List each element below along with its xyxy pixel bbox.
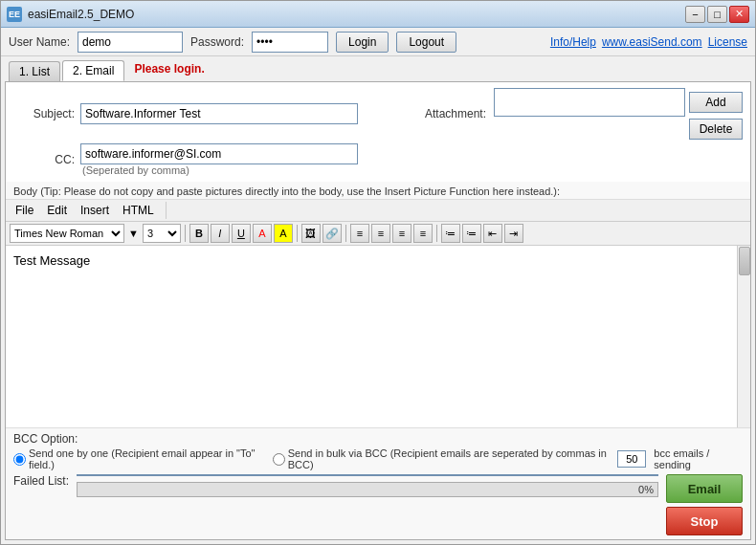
- delete-attachment-button[interactable]: Delete: [689, 119, 743, 140]
- align-center-button[interactable]: ≡: [371, 224, 390, 243]
- action-buttons: Email Stop: [666, 474, 743, 535]
- logout-button[interactable]: Logout: [396, 32, 456, 53]
- tab-email[interactable]: 2. Email: [62, 60, 124, 81]
- attachment-box: [494, 88, 685, 117]
- bcc-option1-label[interactable]: Send one by one (Recipient email appear …: [13, 447, 265, 470]
- align-right-button[interactable]: ≡: [392, 224, 411, 243]
- editor-menu-insert[interactable]: Insert: [75, 202, 115, 219]
- tabs-bar: 1. List 2. Email Please login.: [1, 56, 755, 81]
- attachment-label: Attachment:: [425, 107, 486, 120]
- subject-row: Subject: Attachment: Add Delete: [13, 88, 743, 140]
- tab-list[interactable]: 1. List: [9, 61, 60, 81]
- bcc-option2-text: Send in bulk via BCC (Recipient emails a…: [288, 447, 611, 470]
- bcc-count-input[interactable]: [617, 450, 646, 468]
- unordered-list-button[interactable]: ≔: [441, 224, 460, 243]
- attachment-area: Attachment: Add Delete: [425, 88, 743, 140]
- underline-button[interactable]: U: [232, 224, 251, 243]
- bottom-section: BCC Option: Send one by one (Recipient e…: [6, 427, 750, 539]
- cc-hint: (Seperated by comma): [80, 164, 358, 176]
- minimize-button[interactable]: −: [685, 6, 705, 23]
- cc-label: CC:: [13, 153, 80, 166]
- arrow-icon: ▼: [126, 228, 141, 239]
- editor-menu: File Edit Insert HTML: [10, 202, 167, 219]
- ordered-list-button[interactable]: ≔: [462, 224, 481, 243]
- image-button[interactable]: 🖼: [301, 224, 321, 243]
- maximize-button[interactable]: □: [707, 6, 727, 23]
- format-toolbar: Times New Roman ▼ 3 B I U A A 🖼 🔗 ≡ ≡ ≡ …: [6, 222, 750, 246]
- bcc-options: Send one by one (Recipient email appear …: [13, 447, 743, 470]
- stop-button[interactable]: Stop: [666, 507, 743, 535]
- subject-label: Subject:: [13, 107, 80, 120]
- italic-button[interactable]: I: [211, 224, 230, 243]
- separator-3: [345, 225, 346, 242]
- top-right-info: Info/Help www.easiSend.com License: [550, 35, 747, 49]
- bcc-per-sending-label: bcc emails / sending: [654, 447, 743, 470]
- app-icon: EE: [7, 7, 22, 22]
- login-bar: User Name: Password: Login Logout Info/H…: [1, 28, 755, 56]
- editor-menu-file[interactable]: File: [10, 202, 39, 219]
- bcc-option2-radio[interactable]: [273, 453, 285, 466]
- progress-bar-container: 0%: [77, 482, 658, 497]
- outdent-button[interactable]: ⇤: [483, 224, 502, 243]
- scrollbar-thumb[interactable]: [739, 247, 750, 275]
- close-button[interactable]: ✕: [729, 6, 749, 23]
- align-left-button[interactable]: ≡: [350, 224, 369, 243]
- separator-4: [436, 225, 437, 242]
- info-help-link[interactable]: Info/Help: [550, 35, 596, 49]
- content-area: Subject: Attachment: Add Delete: [5, 81, 751, 540]
- cc-input[interactable]: [80, 143, 358, 164]
- title-bar-text: easiEmail2.5_DEMO: [28, 8, 685, 21]
- username-label: User Name:: [9, 35, 70, 49]
- window-controls: − □ ✕: [685, 6, 749, 23]
- failed-section: Failed List: 0% Email Stop: [13, 474, 743, 535]
- username-input[interactable]: [78, 32, 183, 53]
- editor-container: Test Message: [6, 246, 750, 427]
- editor-menu-bar: File Edit Insert HTML: [6, 200, 750, 222]
- subject-input[interactable]: [80, 103, 358, 124]
- link-button[interactable]: 🔗: [322, 224, 342, 243]
- editor-menu-edit[interactable]: Edit: [41, 202, 73, 219]
- editor-menu-html[interactable]: HTML: [117, 202, 160, 219]
- editor-scrollbar[interactable]: [737, 246, 750, 427]
- highlight-button[interactable]: A: [274, 224, 293, 243]
- add-attachment-button[interactable]: Add: [689, 92, 743, 113]
- editor-body[interactable]: Test Message: [6, 246, 750, 427]
- separator-2: [297, 225, 298, 242]
- body-tip: Body (Tip: Please do not copy and paste …: [6, 182, 750, 200]
- please-login-text: Please login.: [134, 62, 204, 76]
- license-link[interactable]: License: [708, 35, 747, 49]
- bold-button[interactable]: B: [189, 224, 209, 243]
- bcc-option1-radio[interactable]: [13, 453, 26, 466]
- failed-list-box[interactable]: [77, 474, 658, 476]
- cc-row: CC: (Seperated by comma): [13, 143, 743, 176]
- font-size-select[interactable]: 3: [143, 224, 181, 243]
- password-input[interactable]: [252, 32, 328, 53]
- font-color-button[interactable]: A: [253, 224, 272, 243]
- indent-button[interactable]: ⇥: [504, 224, 523, 243]
- email-button[interactable]: Email: [666, 474, 743, 503]
- progress-text: 0%: [638, 483, 654, 496]
- title-bar: EE easiEmail2.5_DEMO − □ ✕: [1, 1, 755, 28]
- editor-content: Test Message: [13, 253, 90, 268]
- login-button[interactable]: Login: [336, 32, 389, 53]
- website-link[interactable]: www.easiSend.com: [602, 35, 702, 49]
- bcc-option2-label[interactable]: Send in bulk via BCC (Recipient emails a…: [273, 447, 611, 470]
- font-name-select[interactable]: Times New Roman: [10, 224, 124, 243]
- separator-1: [185, 225, 186, 242]
- bcc-label: BCC Option:: [13, 432, 743, 446]
- password-label: Password:: [190, 35, 244, 49]
- failed-label: Failed List:: [13, 474, 69, 488]
- justify-button[interactable]: ≡: [413, 224, 433, 243]
- bcc-option1-text: Send one by one (Recipient email appear …: [29, 447, 265, 470]
